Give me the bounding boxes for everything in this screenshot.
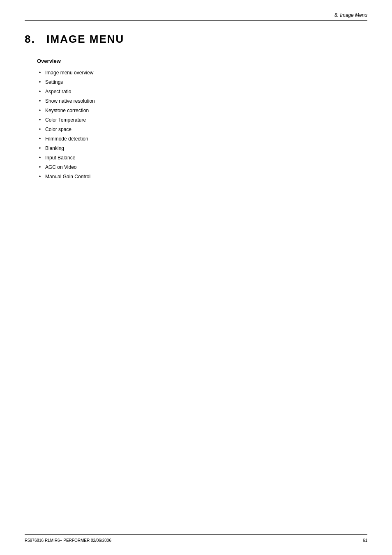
list-item: Keystone correction — [37, 107, 367, 114]
main-content: 8. IMAGE MENU Overview Image menu overvi… — [25, 25, 367, 522]
list-item: Aspect ratio — [37, 88, 367, 95]
overview-list: Image menu overview Settings Aspect rati… — [37, 69, 367, 180]
list-item: Input Balance — [37, 154, 367, 161]
list-item: Manual Gain Control — [37, 173, 367, 180]
list-item: Show native resolution — [37, 97, 367, 105]
list-item: Blanking — [37, 145, 367, 152]
footer-rule — [25, 534, 367, 535]
page-header: 8. Image Menu — [334, 12, 367, 18]
chapter-title: 8. IMAGE MENU — [25, 33, 367, 46]
footer-left-text: R5976816 RLM R6+ PERFORMER 02/06/2006 — [25, 538, 111, 543]
top-rule — [25, 20, 367, 21]
footer: R5976816 RLM R6+ PERFORMER 02/06/2006 61 — [25, 534, 367, 543]
list-item: Image menu overview — [37, 69, 367, 76]
list-item: Filmmode detection — [37, 135, 367, 143]
list-item: Color space — [37, 126, 367, 133]
footer-content: R5976816 RLM R6+ PERFORMER 02/06/2006 61 — [25, 538, 367, 543]
list-item: Settings — [37, 78, 367, 86]
footer-page-number: 61 — [363, 538, 367, 543]
list-item: AGC on Video — [37, 164, 367, 171]
overview-heading: Overview — [37, 58, 367, 64]
page: 8. Image Menu 8. IMAGE MENU Overview Ima… — [0, 0, 392, 555]
list-item: Color Temperature — [37, 116, 367, 124]
